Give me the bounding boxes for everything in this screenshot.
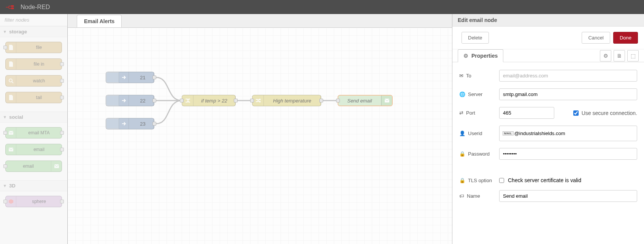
userid-label: 👤 Userid [459,131,499,136]
palette-search[interactable] [0,14,67,26]
server-input[interactable] [499,88,637,100]
mail-icon [51,161,62,172]
inject-button-icon[interactable] [106,72,119,83]
secure-checkbox[interactable] [573,110,579,116]
palette-node-watch[interactable]: watch [5,75,62,87]
palette-category-label: 3D [9,183,16,189]
flow-node-label: 22 [129,95,154,106]
palette-node-tail[interactable]: tail [5,92,62,103]
flow-node-label: 23 [129,118,154,129]
port-input[interactable] [499,107,554,119]
cancel-button[interactable]: Cancel [582,32,610,44]
gear-icon: ⚙ [603,53,608,59]
svg-point-4 [9,79,12,82]
edit-panel-title: Edit email node [452,14,644,27]
field-userid: 👤 Userid MAIL [459,126,637,141]
inject-button-icon[interactable] [106,118,119,129]
server-label: 🌐 Server [459,91,499,97]
palette-category-3d[interactable]: ▾ 3D [0,180,67,191]
palette-category-label: social [9,114,23,120]
field-password: 🔒 Password [459,148,637,160]
field-to: ✉ To [459,70,637,82]
tls-label: 🔒 TLS option [459,178,499,183]
shuffle-icon [252,95,264,106]
svg-line-5 [12,82,13,83]
mail-icon [6,144,16,155]
palette-node-email-in[interactable]: email [5,144,62,155]
svg-rect-1 [11,7,14,9]
tab-properties[interactable]: ⚙ Properties [458,49,503,62]
description-icon-button[interactable]: 🗎 [614,50,625,61]
chevron-down-icon: ▾ [4,183,6,188]
lock-icon: 🔒 [459,178,465,183]
palette-node-email-mta[interactable]: email MTA [5,127,62,139]
settings-icon-button[interactable]: ⚙ [600,50,611,61]
flow-node-inject-23[interactable]: 23 [106,118,154,129]
field-port: ⇄ Port Use secure connection. [459,107,637,119]
user-icon: 👤 [459,131,465,136]
shuffle-icon: ⇄ [459,110,463,116]
arrow-icon [119,72,129,83]
file-icon [6,92,16,103]
userid-input[interactable] [514,128,634,139]
edit-tabs: ⚙ Properties ⚙ 🗎 ⬚ [452,49,644,62]
palette-filter-input[interactable] [3,16,69,24]
palette-node-sphere[interactable]: sphere [5,196,62,207]
globe-icon: 🌐 [459,91,465,97]
secure-label: Use secure connection. [582,110,637,116]
chevron-down-icon: ▾ [4,115,6,120]
palette-category-social[interactable]: ▾ social [0,112,67,123]
appearance-icon: ⬚ [631,53,636,59]
to-label: ✉ To [459,73,499,79]
workspace-tabs: Email Alerts [68,14,452,28]
palette-node-email-out[interactable]: email [5,161,62,172]
field-server: 🌐 Server [459,88,637,100]
palette-category-storage[interactable]: ▾ storage [0,26,67,37]
userid-prefix-badge: MAIL [503,131,514,135]
app-logo-icon [5,4,17,10]
edit-toolbar: Delete Cancel Done [452,27,644,49]
gear-icon: ⚙ [463,53,468,59]
tab-properties-label: Properties [471,53,498,59]
flow-node-label: Send email [338,96,381,105]
to-input[interactable] [499,70,637,82]
file-icon [6,42,16,53]
flow-node-email[interactable]: Send email [338,95,393,106]
port-label: ⇄ Port [459,110,499,116]
palette-node-file-in[interactable]: file in [5,58,62,70]
flow-node-inject-22[interactable]: 22 [106,95,154,106]
appearance-icon-button[interactable]: ⬚ [627,50,639,61]
svg-rect-6 [9,131,13,135]
flow-canvas[interactable]: 21 22 23 if temp > 22 [68,28,452,244]
field-name: 🏷 Name [459,190,637,202]
edit-panel: Edit email node Delete Cancel Done ⚙ Pro… [452,14,644,244]
password-input[interactable] [499,148,637,160]
flow-node-inject-21[interactable]: 21 [106,72,154,83]
flow-node-change[interactable]: High temperature [252,95,321,106]
palette-node-file[interactable]: file [5,42,62,53]
document-icon: 🗎 [617,53,622,59]
svg-marker-9 [9,199,13,204]
svg-rect-13 [385,99,389,102]
app-header: Node-RED [0,0,644,14]
palette-sidebar: ▾ storage file file in watch [0,14,68,244]
svg-rect-8 [54,164,59,168]
flow-node-label: 21 [129,72,154,83]
delete-button[interactable]: Delete [462,32,489,44]
field-tls: 🔒 TLS option Check server certificate is… [459,177,637,183]
name-input[interactable] [499,190,637,202]
tab-email-alerts[interactable]: Email Alerts [77,15,122,27]
name-label: 🏷 Name [459,193,499,199]
done-button[interactable]: Done [613,32,638,44]
mail-icon [6,128,16,138]
tls-check-label: Check server certificate is valid [508,177,581,183]
password-label: 🔒 Password [459,151,499,157]
app-title: Node-RED [21,4,50,11]
flow-node-switch[interactable]: if temp > 22 [182,95,236,106]
search-icon [6,76,16,86]
tls-checkbox[interactable] [499,178,504,183]
inject-button-icon[interactable] [106,95,119,106]
workspace: Email Alerts 21 22 [68,14,452,244]
edit-form: ✉ To 🌐 Server ⇄ Port [452,62,644,206]
palette-categories: ▾ storage file file in watch [0,26,67,244]
